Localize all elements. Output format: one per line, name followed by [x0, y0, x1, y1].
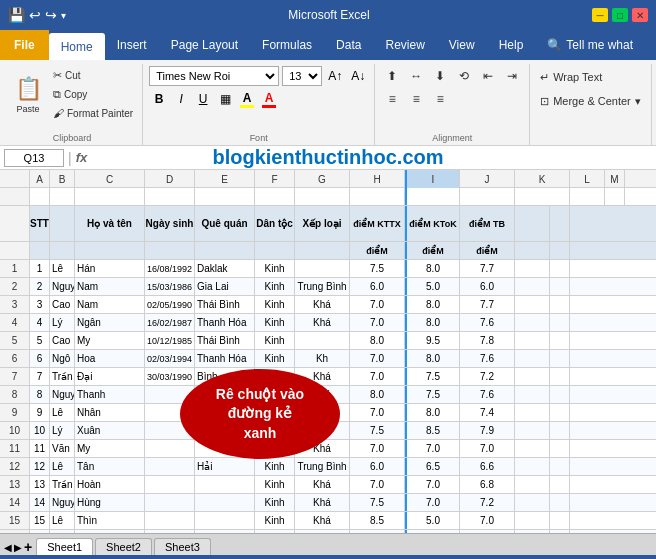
cell-dantoc[interactable]: Kinh — [255, 260, 295, 277]
cell-ten[interactable]: Hùng — [75, 494, 145, 511]
cell-tb[interactable]: 7.6 — [460, 350, 515, 367]
cell-tb[interactable]: 6.8 — [460, 530, 515, 533]
align-bottom-button[interactable]: ⬇ — [429, 66, 451, 86]
cell-kttx[interactable]: 7.0 — [350, 296, 405, 313]
cell-ten[interactable]: Hoa — [75, 350, 145, 367]
wrap-text-button[interactable]: ↵ Wrap Text — [536, 66, 645, 88]
cell-ngaysinh[interactable]: 30/03/1990 — [145, 368, 195, 385]
cell-xeploai[interactable]: Khá — [295, 314, 350, 331]
sheet-nav-right[interactable]: ▶ — [14, 542, 22, 553]
col-header-h[interactable]: H — [350, 170, 405, 188]
sheet-tab-1[interactable]: Sheet1 — [36, 538, 93, 555]
cell-ho[interactable]: Cao — [50, 332, 75, 349]
cell-ktok[interactable]: 8.5 — [405, 422, 460, 439]
cell-ten[interactable]: Nam — [75, 296, 145, 313]
cell-xeploai[interactable]: Khá — [295, 476, 350, 493]
cell-stt[interactable]: 10 — [30, 422, 50, 439]
cell-tb[interactable]: 7.8 — [460, 332, 515, 349]
cell-ten[interactable]: Tân — [75, 458, 145, 475]
cell-xeploai[interactable]: Khá — [295, 296, 350, 313]
cell-ten[interactable]: Ngân — [75, 314, 145, 331]
cell-ngaysinh[interactable] — [145, 530, 195, 533]
cell-ten[interactable]: Đại — [75, 368, 145, 385]
cell-stt[interactable]: 12 — [30, 458, 50, 475]
col-header-b[interactable]: B — [50, 170, 75, 188]
name-box[interactable] — [4, 149, 64, 167]
align-center-button[interactable]: ≡ — [405, 89, 427, 109]
cell-stt[interactable]: 6 — [30, 350, 50, 367]
col-header-j[interactable]: J — [460, 170, 515, 188]
menu-insert[interactable]: Insert — [105, 30, 159, 60]
cell-ho[interactable]: Ngô — [50, 350, 75, 367]
cell-ten[interactable]: Hoàn — [75, 476, 145, 493]
cell-dantoc[interactable]: Kinh — [255, 494, 295, 511]
menu-pagelayout[interactable]: Page Layout — [159, 30, 250, 60]
cell-ngaysinh[interactable] — [145, 458, 195, 475]
cell-ten[interactable]: Nam — [75, 278, 145, 295]
cell-ktok[interactable]: 8.0 — [405, 350, 460, 367]
cell-tb[interactable]: 7.2 — [460, 368, 515, 385]
cell-xeploai[interactable]: Trung Bình — [295, 458, 350, 475]
cell-ktok[interactable]: 5.0 — [405, 278, 460, 295]
cell-kttx[interactable]: 6.0 — [350, 458, 405, 475]
cell-stt[interactable]: 15 — [30, 512, 50, 529]
cell-quequan[interactable]: Daklak — [195, 260, 255, 277]
cell-xeploai[interactable]: Khá — [295, 494, 350, 511]
sheet-tab-3[interactable]: Sheet3 — [154, 538, 211, 555]
col-header-i[interactable]: I — [405, 170, 460, 188]
cell-ktok[interactable]: 7.5 — [405, 368, 460, 385]
cell-tb[interactable]: 7.0 — [460, 440, 515, 457]
format-painter-button[interactable]: 🖌 Format Painter — [50, 104, 136, 122]
cell-kttx[interactable]: 7.0 — [350, 530, 405, 533]
cell-ktok[interactable]: 6.5 — [405, 458, 460, 475]
cell-ktok[interactable]: 8.0 — [405, 296, 460, 313]
cell-quequan[interactable] — [195, 494, 255, 511]
close-button[interactable]: ✕ — [632, 8, 648, 22]
decrease-font-button[interactable]: A↓ — [348, 66, 368, 86]
cell-xeploai[interactable] — [295, 332, 350, 349]
col-header-a[interactable]: A — [30, 170, 50, 188]
cell-dantoc[interactable]: Kinh — [255, 476, 295, 493]
cell-ngaysinh[interactable]: 16/02/1987 — [145, 314, 195, 331]
cell-ngaysinh[interactable]: 15/03/1986 — [145, 278, 195, 295]
cell-tb[interactable]: 6.0 — [460, 278, 515, 295]
cell-ktok[interactable]: 7.0 — [405, 476, 460, 493]
cell-quequan[interactable]: Hải — [195, 458, 255, 475]
cell-quequan[interactable] — [195, 530, 255, 533]
paste-button[interactable]: 📋 Paste — [8, 66, 48, 124]
cell-ten[interactable]: My — [75, 440, 145, 457]
cell-quequan[interactable]: Thái Bình — [195, 296, 255, 313]
cell-tb[interactable]: 7.9 — [460, 422, 515, 439]
cell-ktok[interactable]: 9.5 — [405, 332, 460, 349]
cell-quequan[interactable] — [195, 512, 255, 529]
cell-ktok[interactable]: 8.0 — [405, 404, 460, 421]
cell-stt[interactable]: 9 — [30, 404, 50, 421]
menu-review[interactable]: Review — [373, 30, 436, 60]
cell-ngaysinh[interactable]: 10/12/1985 — [145, 332, 195, 349]
cell-stt[interactable]: 7 — [30, 368, 50, 385]
cell-stt[interactable]: 14 — [30, 494, 50, 511]
cell-kttx[interactable]: 8.5 — [350, 512, 405, 529]
cell-ho[interactable]: Xuân — [50, 530, 75, 533]
cell-quequan[interactable]: Gia Lai — [195, 278, 255, 295]
cell-ho[interactable]: Lê — [50, 512, 75, 529]
save-icon[interactable]: 💾 — [8, 7, 25, 23]
font-name-select[interactable]: Times New Roi — [149, 66, 279, 86]
sheet-nav-left[interactable]: ◀ — [4, 542, 12, 553]
cell-ktok[interactable]: 6.5 — [405, 530, 460, 533]
merge-center-button[interactable]: ⊡ Merge & Center ▾ — [536, 90, 645, 112]
cell-kttx[interactable]: 7.0 — [350, 314, 405, 331]
cell-stt[interactable]: 2 — [30, 278, 50, 295]
cell-stt[interactable]: 4 — [30, 314, 50, 331]
align-left-button[interactable]: ≡ — [381, 89, 403, 109]
cell-ten[interactable]: Thúy — [75, 530, 145, 533]
cell-ngaysinh[interactable]: 02/05/1990 — [145, 296, 195, 313]
cell-ten[interactable]: Thìn — [75, 512, 145, 529]
cell-ho[interactable]: Lê — [50, 458, 75, 475]
cell-ten[interactable]: Hán — [75, 260, 145, 277]
col-header-f[interactable]: F — [255, 170, 295, 188]
cell-tb[interactable]: 7.7 — [460, 296, 515, 313]
cell-kttx[interactable]: 8.0 — [350, 386, 405, 403]
align-top-button[interactable]: ⬆ — [381, 66, 403, 86]
merge-dropdown-icon[interactable]: ▾ — [635, 95, 641, 108]
